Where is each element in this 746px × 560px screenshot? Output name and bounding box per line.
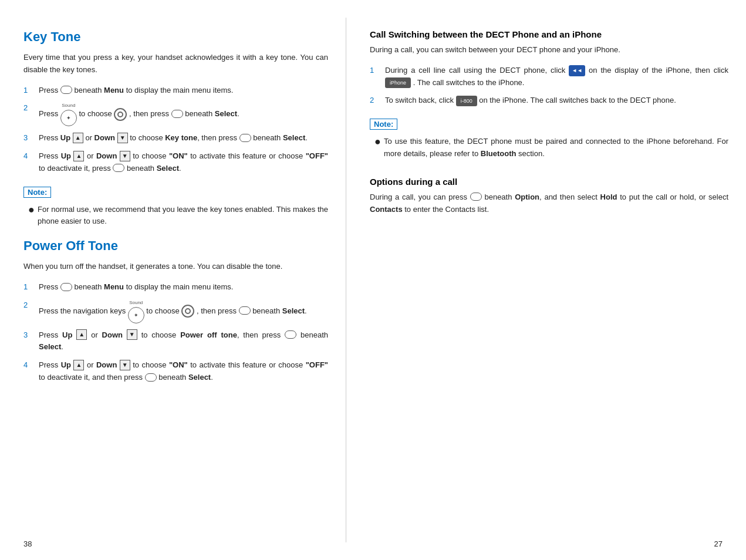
up-icon-2: ▲	[73, 151, 84, 161]
i800-btn: i-800	[456, 96, 477, 106]
key-tone-steps: 1 Press beneath Menu to display the main…	[23, 85, 328, 175]
options-call-text: During a call, you can press beneath Opt…	[370, 191, 728, 216]
page-wrapper: Key Tone Every time that you press a key…	[0, 0, 746, 560]
target-inner-1	[117, 112, 123, 117]
step-num-1: 1	[23, 85, 36, 97]
call-step-2-content: To switch back, click i-800 on the iPhon…	[385, 95, 728, 107]
step-num-2: 2	[23, 102, 36, 114]
menu-icon-4	[113, 164, 124, 172]
target-outer-1	[114, 108, 127, 121]
down-icon-p3: ▼	[127, 329, 137, 340]
target-icon-2	[181, 305, 194, 318]
power-step-1: 1 Press beneath Menu to display the main…	[23, 281, 328, 294]
key-tone-note-box: Note:	[23, 187, 51, 198]
step-num-3: 3	[23, 132, 36, 144]
left-column: Key Tone Every time that you press a key…	[0, 18, 346, 542]
power-off-title: Power Off Tone	[23, 238, 328, 254]
power-step-3: 3 Press Up ▲ or Down ▼ to choose Power o…	[23, 329, 328, 354]
down-icon-2: ▼	[120, 151, 130, 161]
down-icon-p4: ▼	[120, 360, 130, 370]
menu-icon-p3	[285, 330, 296, 339]
call-step-num-2: 2	[370, 95, 383, 107]
nav-circle-2: ✦	[128, 307, 144, 323]
bullet-dot-r1: ●	[374, 136, 384, 149]
power-step-num-2: 2	[23, 299, 36, 312]
menu-icon-3	[239, 134, 251, 142]
call-step-num-1: 1	[370, 65, 383, 77]
nav-icon-wrapper-1: Sound ✦	[60, 102, 77, 126]
step-2: 2 Press Sound ✦ to choose	[23, 102, 328, 126]
power-step-3-content: Press Up ▲ or Down ▼ to choose Power off…	[39, 329, 328, 354]
power-step-num-1: 1	[23, 281, 36, 294]
menu-icon-p2	[239, 306, 251, 315]
down-icon-1: ▼	[117, 133, 128, 143]
step-3-content: Press Up ▲ or Down ▼ to choose Key tone,…	[39, 132, 328, 144]
key-tone-note-list: ● For normal use, we recommend that you …	[23, 204, 328, 228]
key-tone-intro: Every time that you press a key, your ha…	[23, 52, 328, 76]
step-3: 3 Press Up ▲ or Down ▼ to choose Key ton…	[23, 132, 328, 144]
up-icon-p3: ▲	[76, 329, 87, 340]
power-step-1-content: Press beneath Menu to display the main m…	[39, 281, 328, 294]
call-switching-steps: 1 During a cell line call using the DECT…	[370, 65, 728, 107]
call-step-1-content: During a cell line call using the DECT p…	[385, 65, 728, 89]
up-icon-p4: ▲	[73, 360, 84, 370]
key-tone-note-text-1: For normal use, we recommend that you le…	[38, 204, 328, 228]
call-note-list: ● To use this feature, the DECT phone mu…	[370, 136, 728, 160]
nav-icon-wrapper-2: Sound ✦	[128, 299, 144, 323]
target-outer-2	[181, 305, 194, 318]
sound-label-2: Sound	[128, 299, 144, 307]
menu-icon-p4	[145, 373, 157, 382]
step-4-content: Press Up ▲ or Down ▼ to choose "ON" to a…	[39, 150, 328, 175]
power-step-2-content: Press the navigation keys Sound ✦ to cho…	[39, 299, 328, 323]
power-step-num-3: 3	[23, 329, 36, 342]
power-off-intro: When you turn off the handset, it genera…	[23, 261, 328, 273]
call-note-label: Note:	[374, 120, 393, 129]
power-step-4-content: Press Up ▲ or Down ▼ to choose "ON" to a…	[39, 359, 328, 384]
step-1: 1 Press beneath Menu to display the main…	[23, 85, 328, 97]
step-4: 4 Press Up ▲ or Down ▼ to choose "ON" to…	[23, 150, 328, 175]
target-icon-1	[114, 108, 127, 121]
key-tone-note-label: Note:	[28, 188, 47, 197]
power-step-4: 4 Press Up ▲ or Down ▼ to choose "ON" to…	[23, 359, 328, 384]
power-step-num-4: 4	[23, 359, 36, 372]
call-note-item-1: ● To use this feature, the DECT phone mu…	[374, 136, 728, 160]
menu-icon-r1	[470, 193, 482, 201]
call-note-text-1: To use this feature, the DECT phone must…	[384, 136, 728, 160]
nav-circle-1: ✦	[60, 110, 77, 126]
up-icon-1: ▲	[73, 133, 83, 143]
call-switching-intro: During a call, you can switch between yo…	[370, 44, 728, 56]
page-container: Key Tone Every time that you press a key…	[0, 0, 746, 560]
step-2-content: Press Sound ✦ to choose , then press ben…	[39, 102, 328, 126]
key-tone-note-section: Note: ● For normal use, we recommend tha…	[23, 183, 328, 228]
call-step-1: 1 During a cell line call using the DECT…	[370, 65, 728, 89]
call-switching-title: Call Switching between the DECT Phone an…	[370, 29, 728, 39]
page-num-right: 27	[714, 539, 723, 548]
menu-icon-2	[171, 110, 183, 118]
iphone-btn: iPhone	[385, 77, 411, 88]
menu-icon-p1	[60, 283, 72, 291]
step-1-content: Press beneath Menu to display the main m…	[39, 85, 328, 97]
options-call-title: Options during a call	[370, 177, 728, 187]
target-inner-2	[185, 308, 191, 314]
bullet-dot-1: ●	[28, 204, 38, 217]
key-tone-note-item-1: ● For normal use, we recommend that you …	[28, 204, 328, 228]
menu-icon-1	[60, 86, 72, 94]
power-step-2: 2 Press the navigation keys Sound ✦ to c…	[23, 299, 328, 323]
step-num-4: 4	[23, 150, 36, 163]
sound-label-1: Sound	[60, 102, 77, 110]
power-off-steps: 1 Press beneath Menu to display the main…	[23, 281, 328, 384]
call-step-2: 2 To switch back, click i-800 on the iPh…	[370, 95, 728, 107]
key-tone-title: Key Tone	[23, 29, 328, 45]
page-num-left: 38	[23, 539, 32, 548]
call-note-box: Note:	[370, 119, 397, 130]
call-note-section: Note: ● To use this feature, the DECT ph…	[370, 115, 728, 160]
right-column: Call Switching between the DECT Phone an…	[346, 18, 746, 542]
arrow-left-btn: ◄◄	[569, 65, 585, 76]
